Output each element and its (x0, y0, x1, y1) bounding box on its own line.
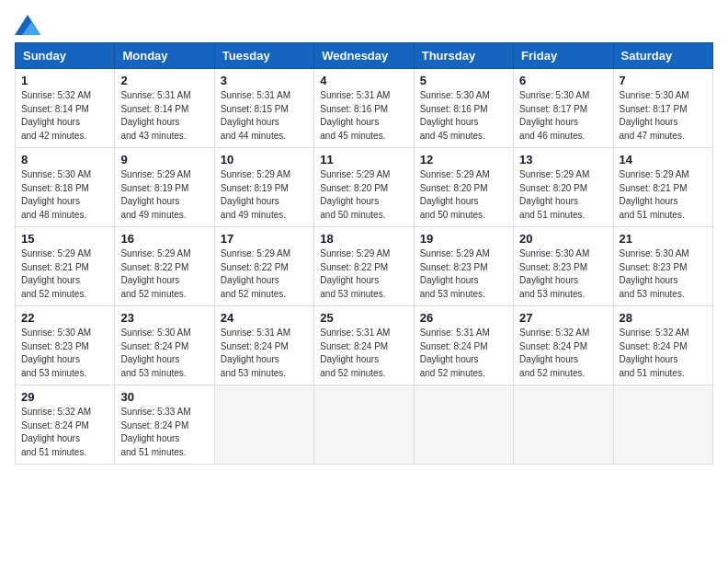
day-number: 15 (21, 232, 108, 246)
day-cell: 2 Sunrise: 5:31 AM Sunset: 8:14 PM Dayli… (115, 69, 214, 148)
day-info: Sunrise: 5:33 AM Sunset: 8:24 PM Dayligh… (120, 406, 208, 459)
day-info: Sunrise: 5:31 AM Sunset: 8:24 PM Dayligh… (320, 327, 407, 380)
day-info: Sunrise: 5:30 AM Sunset: 8:24 PM Dayligh… (120, 327, 208, 380)
day-cell: 3 Sunrise: 5:31 AM Sunset: 8:15 PM Dayli… (214, 69, 313, 148)
day-info: Sunrise: 5:29 AM Sunset: 8:21 PM Dayligh… (21, 247, 108, 301)
day-cell: 6 Sunrise: 5:30 AM Sunset: 8:17 PM Dayli… (514, 69, 613, 148)
day-info: Sunrise: 5:30 AM Sunset: 8:18 PM Dayligh… (21, 168, 108, 222)
calendar-header-row: SundayMondayTuesdayWednesdayThursdayFrid… (16, 43, 713, 69)
day-info: Sunrise: 5:31 AM Sunset: 8:15 PM Dayligh… (221, 89, 308, 143)
logo (15, 15, 44, 35)
calendar-header-monday: Monday (115, 43, 214, 69)
week-row-3: 15 Sunrise: 5:29 AM Sunset: 8:21 PM Dayl… (16, 227, 713, 306)
day-cell: 21 Sunrise: 5:30 AM Sunset: 8:23 PM Dayl… (613, 227, 712, 306)
week-row-1: 1 Sunrise: 5:32 AM Sunset: 8:14 PM Dayli… (16, 69, 713, 148)
day-info: Sunrise: 5:31 AM Sunset: 8:24 PM Dayligh… (420, 327, 507, 380)
day-cell: 18 Sunrise: 5:29 AM Sunset: 8:22 PM Dayl… (314, 227, 414, 306)
day-number: 7 (620, 74, 707, 87)
calendar-header-friday: Friday (514, 43, 613, 69)
day-cell: 28 Sunrise: 5:32 AM Sunset: 8:24 PM Dayl… (613, 306, 712, 385)
day-info: Sunrise: 5:29 AM Sunset: 8:22 PM Dayligh… (120, 247, 208, 301)
day-cell: 27 Sunrise: 5:32 AM Sunset: 8:24 PM Dayl… (514, 306, 613, 385)
day-info: Sunrise: 5:30 AM Sunset: 8:17 PM Dayligh… (519, 89, 607, 143)
day-number: 30 (120, 390, 208, 404)
calendar-header-thursday: Thursday (414, 43, 513, 69)
day-number: 10 (221, 153, 308, 167)
day-info: Sunrise: 5:32 AM Sunset: 8:24 PM Dayligh… (519, 327, 607, 380)
day-number: 12 (420, 153, 507, 167)
day-info: Sunrise: 5:29 AM Sunset: 8:22 PM Dayligh… (320, 247, 407, 301)
day-cell: 10 Sunrise: 5:29 AM Sunset: 8:19 PM Dayl… (214, 148, 313, 227)
day-number: 29 (21, 390, 108, 404)
day-number: 16 (120, 232, 208, 246)
calendar-table: SundayMondayTuesdayWednesdayThursdayFrid… (15, 42, 713, 465)
day-number: 22 (21, 311, 108, 325)
day-cell: 22 Sunrise: 5:30 AM Sunset: 8:23 PM Dayl… (16, 306, 115, 385)
calendar-header-wednesday: Wednesday (314, 43, 414, 69)
day-cell (214, 385, 313, 465)
day-cell: 11 Sunrise: 5:29 AM Sunset: 8:20 PM Dayl… (314, 148, 414, 227)
day-number: 8 (21, 153, 108, 167)
day-cell: 15 Sunrise: 5:29 AM Sunset: 8:21 PM Dayl… (16, 227, 115, 306)
day-cell: 14 Sunrise: 5:29 AM Sunset: 8:21 PM Dayl… (613, 148, 712, 227)
day-number: 25 (320, 311, 407, 325)
day-number: 4 (320, 74, 407, 87)
day-number: 6 (519, 74, 607, 87)
day-number: 20 (519, 232, 607, 246)
day-info: Sunrise: 5:30 AM Sunset: 8:23 PM Dayligh… (620, 247, 707, 301)
day-info: Sunrise: 5:29 AM Sunset: 8:22 PM Dayligh… (221, 247, 308, 301)
day-number: 9 (120, 153, 208, 167)
day-number: 23 (120, 311, 208, 325)
week-row-5: 29 Sunrise: 5:32 AM Sunset: 8:24 PM Dayl… (16, 385, 713, 465)
calendar-header-tuesday: Tuesday (214, 43, 313, 69)
calendar-header-sunday: Sunday (16, 43, 115, 69)
page-header (15, 15, 713, 35)
day-info: Sunrise: 5:31 AM Sunset: 8:16 PM Dayligh… (320, 89, 407, 143)
day-info: Sunrise: 5:30 AM Sunset: 8:23 PM Dayligh… (21, 327, 108, 380)
day-cell (613, 385, 712, 465)
day-number: 3 (221, 74, 308, 87)
day-number: 11 (320, 153, 407, 167)
day-cell: 13 Sunrise: 5:29 AM Sunset: 8:20 PM Dayl… (514, 148, 613, 227)
day-number: 5 (420, 74, 507, 87)
day-number: 19 (420, 232, 507, 246)
day-cell (414, 385, 513, 465)
day-cell: 23 Sunrise: 5:30 AM Sunset: 8:24 PM Dayl… (115, 306, 214, 385)
day-info: Sunrise: 5:29 AM Sunset: 8:23 PM Dayligh… (420, 247, 507, 301)
day-info: Sunrise: 5:29 AM Sunset: 8:21 PM Dayligh… (620, 168, 707, 222)
day-number: 18 (320, 232, 407, 246)
day-info: Sunrise: 5:29 AM Sunset: 8:20 PM Dayligh… (420, 168, 507, 222)
day-number: 2 (120, 74, 208, 87)
day-number: 13 (519, 153, 607, 167)
day-info: Sunrise: 5:31 AM Sunset: 8:24 PM Dayligh… (221, 327, 308, 380)
day-info: Sunrise: 5:30 AM Sunset: 8:23 PM Dayligh… (519, 247, 607, 301)
day-cell: 8 Sunrise: 5:30 AM Sunset: 8:18 PM Dayli… (16, 148, 115, 227)
day-cell: 19 Sunrise: 5:29 AM Sunset: 8:23 PM Dayl… (414, 227, 513, 306)
day-info: Sunrise: 5:29 AM Sunset: 8:20 PM Dayligh… (519, 168, 607, 222)
day-cell: 16 Sunrise: 5:29 AM Sunset: 8:22 PM Dayl… (115, 227, 214, 306)
day-number: 27 (519, 311, 607, 325)
day-info: Sunrise: 5:32 AM Sunset: 8:24 PM Dayligh… (21, 406, 108, 459)
day-cell: 24 Sunrise: 5:31 AM Sunset: 8:24 PM Dayl… (214, 306, 313, 385)
day-cell: 25 Sunrise: 5:31 AM Sunset: 8:24 PM Dayl… (314, 306, 414, 385)
week-row-2: 8 Sunrise: 5:30 AM Sunset: 8:18 PM Dayli… (16, 148, 713, 227)
day-number: 26 (420, 311, 507, 325)
day-cell: 4 Sunrise: 5:31 AM Sunset: 8:16 PM Dayli… (314, 69, 414, 148)
day-cell: 1 Sunrise: 5:32 AM Sunset: 8:14 PM Dayli… (16, 69, 115, 148)
day-cell: 17 Sunrise: 5:29 AM Sunset: 8:22 PM Dayl… (214, 227, 313, 306)
day-number: 14 (620, 153, 707, 167)
day-cell: 29 Sunrise: 5:32 AM Sunset: 8:24 PM Dayl… (16, 385, 115, 465)
day-cell (314, 385, 414, 465)
day-cell (514, 385, 613, 465)
day-info: Sunrise: 5:29 AM Sunset: 8:20 PM Dayligh… (320, 168, 407, 222)
day-number: 17 (221, 232, 308, 246)
day-info: Sunrise: 5:31 AM Sunset: 8:14 PM Dayligh… (120, 89, 208, 143)
day-info: Sunrise: 5:29 AM Sunset: 8:19 PM Dayligh… (221, 168, 308, 222)
day-info: Sunrise: 5:30 AM Sunset: 8:16 PM Dayligh… (420, 89, 507, 143)
day-info: Sunrise: 5:32 AM Sunset: 8:14 PM Dayligh… (21, 89, 108, 143)
day-cell: 20 Sunrise: 5:30 AM Sunset: 8:23 PM Dayl… (514, 227, 613, 306)
logo-icon (15, 15, 40, 35)
day-number: 24 (221, 311, 308, 325)
day-info: Sunrise: 5:32 AM Sunset: 8:24 PM Dayligh… (620, 327, 707, 380)
day-number: 28 (620, 311, 707, 325)
